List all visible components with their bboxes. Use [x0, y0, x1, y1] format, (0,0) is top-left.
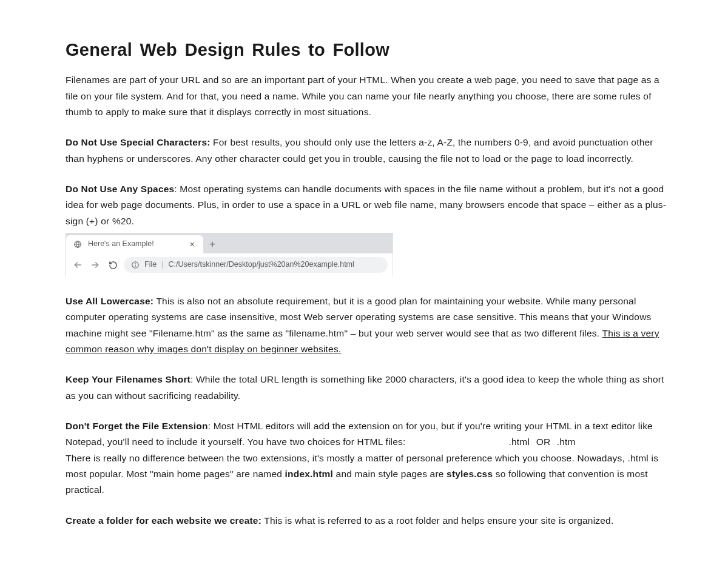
heading-folder: Create a folder for each website we crea… [66, 515, 261, 526]
section-special-chars: Do Not Use Special Characters: For best … [66, 135, 670, 167]
body-extension-2b: and main style pages are [333, 469, 447, 479]
section-lowercase: Use All Lowercase: This is also not an a… [66, 293, 670, 357]
new-tab-button[interactable]: + [203, 235, 221, 253]
reload-button[interactable] [106, 258, 120, 272]
address-file-label: File [144, 258, 157, 271]
svg-point-5 [135, 263, 136, 264]
address-bar[interactable]: File | C:/Users/tskinner/Desktop/just%20… [124, 257, 388, 273]
body-lowercase-1: This is also not an absolute requirement… [66, 296, 652, 338]
page-title: General Web Design Rules to Follow [66, 35, 670, 65]
section-extension: Don't Forget the File Extension: Most HT… [66, 418, 670, 498]
bold-styles: styles.css [447, 469, 493, 479]
info-icon [131, 261, 140, 269]
browser-mockup: Here's an Example! × + File | C:/Users/t… [66, 233, 393, 276]
globe-icon [73, 240, 82, 249]
browser-toolbar: File | C:/Users/tskinner/Desktop/just%20… [66, 253, 393, 276]
heading-short: Keep Your Filenames Short [66, 374, 190, 384]
address-separator: | [161, 258, 163, 271]
heading-no-spaces: Do Not Use Any Spaces [66, 184, 174, 194]
body-folder: This is what is referred to as a root fo… [261, 515, 613, 526]
address-path: C:/Users/tskinner/Desktop/just%20an%20ex… [168, 258, 354, 271]
section-folder: Create a folder for each website we crea… [66, 513, 670, 529]
back-button[interactable] [71, 258, 84, 272]
arrow-left-icon [73, 260, 83, 270]
heading-extension: Don't Forget the File Extension [66, 421, 208, 431]
arrow-right-icon [90, 260, 100, 270]
heading-lowercase: Use All Lowercase: [66, 296, 153, 306]
extension-options: .html OR .htm [509, 437, 576, 447]
reload-icon [109, 261, 118, 270]
forward-button[interactable] [89, 258, 102, 272]
intro-paragraph: Filenames are part of your URL and so ar… [66, 72, 670, 120]
close-icon[interactable]: × [187, 240, 197, 249]
section-short: Keep Your Filenames Short: While the tot… [66, 372, 670, 404]
browser-tab-title: Here's an Example! [88, 238, 181, 250]
browser-tab[interactable]: Here's an Example! × [66, 235, 203, 253]
bold-index: index.html [285, 469, 334, 479]
heading-special-chars: Do Not Use Special Characters: [66, 137, 211, 147]
browser-tab-bar: Here's an Example! × + [66, 233, 393, 253]
section-no-spaces: Do Not Use Any Spaces: Most operating sy… [66, 181, 670, 229]
